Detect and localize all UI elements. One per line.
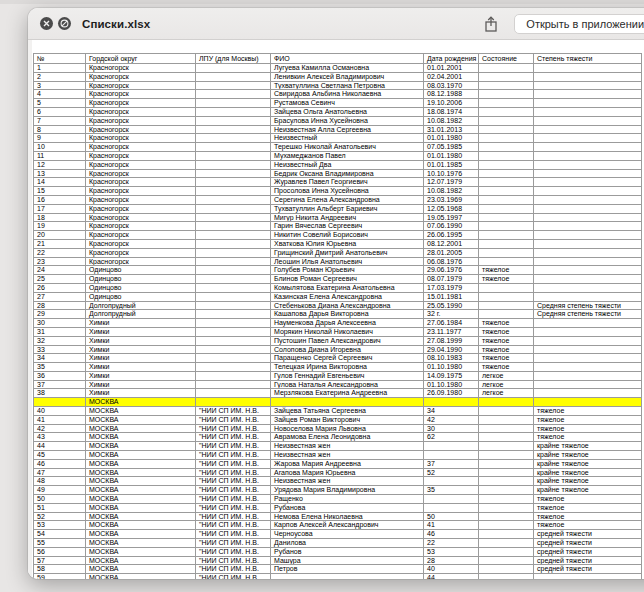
cell: МОСКВА [86,459,196,468]
cell: Красногорск [86,143,196,152]
cell [534,134,642,143]
cell [196,125,271,134]
cell: Мигур Никита Андреевич [271,213,424,222]
preview-content[interactable]: №Гордской округЛПУ (для Москвы)ФИОДата р… [28,40,644,579]
cell: Красногорск [86,116,196,125]
cell: Терешко Николай Анатольевич [271,143,424,152]
cell: 50 [424,512,479,521]
cell: Красногорск [86,134,196,143]
cell: легкое [479,371,534,380]
cell: 41 [34,415,86,424]
close-icon[interactable] [40,17,53,30]
cell: 26 [34,283,86,292]
cell: 7 [34,116,86,125]
cell: Химки [86,380,196,389]
cell: МОСКВА [86,407,196,416]
open-in-numbers-button[interactable]: Открыть в приложении «Numbers» [514,14,644,34]
cell [479,292,534,301]
cell: МОСКВА [86,530,196,539]
cell [196,248,271,257]
cell: крайне тяжелое [534,442,642,451]
cell [196,90,271,99]
cell [479,442,534,451]
table-row: 29ДолгопрудныйКашапова Дарья Викторовна3… [34,310,642,319]
cell: 14 [34,178,86,187]
cell [479,239,534,248]
cell: Неизвестная Алла Сергеевна [271,125,424,134]
cell: Средняя степень тяжести [534,310,642,319]
cell: Красногорск [86,99,196,108]
table-row: 6КрасногорскЗайцева Ольга Анатольевна18.… [34,107,642,116]
cell [196,160,271,169]
cell: 14.09.1975 [424,371,479,380]
cell: Пустошин Павел Александрович [271,336,424,345]
cell [196,178,271,187]
cell: 4 [34,90,86,99]
cell: 18 [34,213,86,222]
cell: Красногорск [86,90,196,99]
cell: Рубанова [271,503,424,512]
cell: Мерзлякова Екатерина Андреевна [271,389,424,398]
cell [534,336,642,345]
cell [534,248,642,257]
cell [534,213,642,222]
title-bar[interactable]: Списки.xlsx Открыть в приложении «Number… [28,8,644,40]
cell [534,99,642,108]
cell: Красногорск [86,222,196,231]
cell [479,134,534,143]
share-icon[interactable] [482,15,500,33]
cell: МОСКВА [86,547,196,556]
cell: 30 [424,424,479,433]
cell: 23.03.1969 [424,195,479,204]
cell: 20 [34,231,86,240]
cell: Петров [271,565,424,574]
cell: 40 [424,565,479,574]
cell [196,222,271,231]
cell [534,266,642,275]
cell [424,442,479,451]
prohibited-icon[interactable] [58,17,71,30]
cell: 22 [424,539,479,548]
cell: тяжелое [479,275,534,284]
cell [196,319,271,328]
column-header: ЛПУ (для Москвы) [196,54,271,64]
cell: Химки [86,389,196,398]
cell [196,64,271,73]
cell [479,90,534,99]
cell [196,187,271,196]
cell: "НИИ СП ИМ. Н.В. [196,503,271,512]
cell: 17.03.1979 [424,283,479,292]
cell [534,239,642,248]
cell [534,398,642,407]
cell: 42 [424,415,479,424]
table-row: 56МОСКВА"НИИ СП ИМ. Н.В.Рубанов53средней… [34,547,642,556]
cell: Блинов Роман Сергеевич [271,275,424,284]
table-row: 18КрасногорскМигур Никита Андреевич19.05… [34,213,642,222]
cell [534,204,642,213]
cell: Красногорск [86,195,196,204]
cell: Комылятова Екатерина Анатольевна [271,283,424,292]
cell: 29.06.1976 [424,266,479,275]
table-row: 46МОСКВА"НИИ СП ИМ. Н.В.Жарова Мария Анд… [34,459,642,468]
table-row: 33ХимкиСолопова Диана Игоревна29.04.1990… [34,345,642,354]
table-row: 5КрасногорскРустамова Севинч19.10.2006 [34,99,642,108]
preview-table: №Гордской округЛПУ (для Москвы)ФИОДата р… [33,53,642,579]
cell [479,521,534,530]
cell [196,292,271,301]
cell: Солопова Диана Игоревна [271,345,424,354]
cell: "НИИ СП ИМ. Н.В. [196,424,271,433]
cell: Гулова Наталья Александровна [271,380,424,389]
table-row: 42МОСКВА"НИИ СП ИМ. Н.В.Новоселова Мария… [34,424,642,433]
table-row: 37ХимкиГулова Наталья Александровна01.10… [34,380,642,389]
cell: "НИИ СП ИМ. Н.В. [196,442,271,451]
table-row: 44МОСКВА"НИИ СП ИМ. Н.В.Неизвестная женк… [34,442,642,451]
cell [479,407,534,416]
cell: 27.08.1999 [424,336,479,345]
cell: крайне тяжелое [534,477,642,486]
cell: МОСКВА [86,521,196,530]
cell: 54 [34,530,86,539]
cell: тяжелое [479,327,534,336]
cell: 25 [34,275,86,284]
cell: 19 [34,222,86,231]
table-row: 32ХимкиПустошин Павел Александрович27.08… [34,336,642,345]
